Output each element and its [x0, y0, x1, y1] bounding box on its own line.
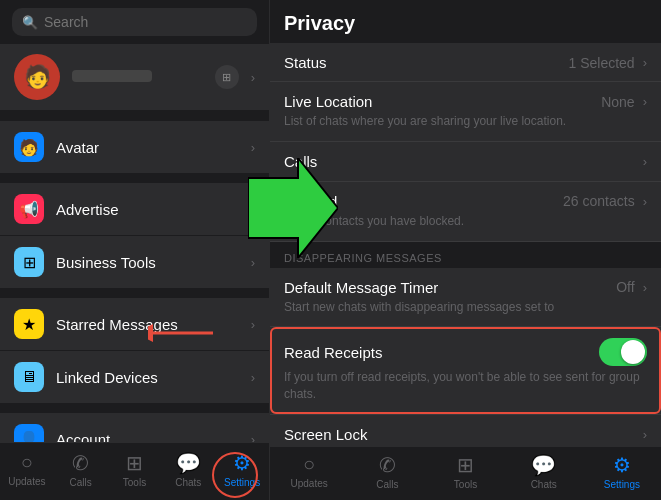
search-input[interactable] — [44, 14, 247, 30]
live-location-sub: List of chats where you are sharing your… — [284, 113, 647, 130]
linked-icon: 🖥 — [14, 362, 44, 392]
r-tools-label: Tools — [454, 479, 477, 490]
r-nav-tools[interactable]: ⊞ Tools — [426, 453, 504, 490]
blocked-value: 26 contacts › — [563, 193, 647, 209]
avatar: 🧑 — [14, 54, 60, 100]
menu-label-advertise: Advertise — [56, 201, 239, 218]
right-header: Privacy — [270, 0, 661, 44]
default-timer-chevron: › — [643, 280, 647, 295]
starred-icon: ★ — [14, 309, 44, 339]
search-icon: 🔍 — [22, 15, 38, 30]
menu-label-starred: Starred Messages — [56, 316, 239, 333]
calls-label: Calls — [284, 153, 317, 170]
updates-label: Updates — [8, 476, 45, 487]
screen-lock-chevron: › — [643, 427, 647, 442]
account-icon: 👤 — [14, 424, 44, 442]
blocked-label: Blocked — [284, 193, 337, 210]
r-nav-chats[interactable]: 💬 Chats — [505, 453, 583, 490]
profile-row[interactable]: 🧑 ⊞ › — [0, 44, 269, 110]
blocked-chevron: › — [643, 194, 647, 209]
r-calls-label: Calls — [376, 479, 398, 490]
r-chats-icon: 💬 — [531, 453, 556, 477]
calls-chevron: › — [643, 154, 647, 169]
menu-label-business-tools: Business Tools — [56, 254, 239, 271]
calls-value: › — [639, 154, 647, 169]
calls-row[interactable]: Calls › — [270, 142, 661, 182]
settings-label: Settings — [224, 477, 260, 488]
profile-chevron: › — [251, 70, 255, 85]
read-receipts-label: Read Receipts — [284, 344, 382, 361]
default-timer-sub: Start new chats with disappearing messag… — [284, 299, 647, 316]
menu-item-advertise[interactable]: 📢 Advertise › — [0, 183, 269, 235]
menu-item-avatar[interactable]: 🧑 Avatar › — [0, 121, 269, 173]
advertise-icon: 📢 — [14, 194, 44, 224]
blocked-sub: List of contacts you have blocked. — [284, 213, 647, 230]
r-nav-settings[interactable]: ⚙ Settings — [583, 453, 661, 490]
calls-label: Calls — [70, 477, 92, 488]
page-title: Privacy — [284, 8, 647, 39]
avatar-icon: 🧑 — [14, 132, 44, 162]
menu-label-avatar: Avatar — [56, 139, 239, 156]
live-location-value: None › — [601, 94, 647, 110]
read-receipts-toggle[interactable] — [599, 338, 647, 366]
menu-label-linked: Linked Devices — [56, 369, 239, 386]
toggle-knob — [621, 340, 645, 364]
profile-qr-icon: ⊞ — [215, 65, 239, 89]
calls-icon: ✆ — [72, 451, 89, 475]
updates-icon: ○ — [21, 451, 33, 474]
disappearing-section-label: DISAPPEARING MESSAGES — [270, 242, 661, 268]
live-location-chevron: › — [643, 94, 647, 109]
menu-item-business-tools[interactable]: ⊞ Business Tools › — [0, 236, 269, 288]
r-nav-calls[interactable]: ✆ Calls — [348, 453, 426, 490]
blocked-row[interactable]: Blocked 26 contacts › List of contacts y… — [270, 182, 661, 242]
nav-settings[interactable]: ⚙ Settings — [215, 449, 269, 490]
nav-updates[interactable]: ○ Updates — [0, 449, 54, 490]
business-tools-chevron: › — [251, 255, 255, 270]
status-label: Status — [284, 54, 327, 71]
settings-icon: ⚙ — [233, 451, 251, 475]
business-tools-icon: ⊞ — [14, 247, 44, 277]
tools-icon: ⊞ — [126, 451, 143, 475]
status-chevron: › — [643, 55, 647, 70]
profile-name — [72, 68, 203, 86]
avatar-chevron: › — [251, 140, 255, 155]
menu-list: 🧑 ⊞ › 🧑 Avatar › 📢 Advertise › ⊞ — [0, 44, 269, 442]
menu-label-account: Account — [56, 431, 239, 443]
status-value: 1 Selected › — [568, 55, 647, 71]
live-location-row[interactable]: Live Location None › List of chats where… — [270, 82, 661, 142]
r-nav-updates[interactable]: ○ Updates — [270, 453, 348, 490]
chats-nav-label: Chats — [175, 477, 201, 488]
left-bottom-nav: ○ Updates ✆ Calls ⊞ Tools 💬 Chats ⚙ Sett… — [0, 442, 269, 500]
r-settings-label: Settings — [604, 479, 640, 490]
nav-chats[interactable]: 💬 Chats — [161, 449, 215, 490]
menu-item-starred[interactable]: ★ Starred Messages › — [0, 298, 269, 350]
screen-lock-label: Screen Lock — [284, 426, 367, 443]
r-updates-label: Updates — [290, 478, 327, 489]
r-calls-icon: ✆ — [379, 453, 396, 477]
nav-tools[interactable]: ⊞ Tools — [108, 449, 162, 490]
search-bar[interactable]: 🔍 — [12, 8, 257, 36]
right-panel: Privacy Status 1 Selected › Live Locatio… — [270, 0, 661, 500]
starred-chevron: › — [251, 317, 255, 332]
nav-calls[interactable]: ✆ Calls — [54, 449, 108, 490]
settings-list: Status 1 Selected › Live Location None ›… — [270, 44, 661, 446]
r-updates-icon: ○ — [303, 453, 315, 476]
read-receipts-sub: If you turn off read receipts, you won't… — [284, 369, 647, 403]
advertise-chevron: › — [251, 202, 255, 217]
r-chats-label: Chats — [531, 479, 557, 490]
menu-item-linked[interactable]: 🖥 Linked Devices › — [0, 351, 269, 403]
default-timer-row[interactable]: Default Message Timer Off › Start new ch… — [270, 268, 661, 328]
profile-info — [72, 68, 203, 86]
read-receipts-row[interactable]: Read Receipts If you turn off read recei… — [270, 327, 661, 415]
screen-lock-value: › — [639, 427, 647, 442]
linked-chevron: › — [251, 370, 255, 385]
r-settings-icon: ⚙ — [613, 453, 631, 477]
live-location-label: Live Location — [284, 93, 372, 110]
tools-label: Tools — [123, 477, 146, 488]
screen-lock-row[interactable]: Screen Lock › Require Face ID to unlock … — [270, 415, 661, 446]
right-bottom-nav: ○ Updates ✆ Calls ⊞ Tools 💬 Chats ⚙ Sett… — [270, 446, 661, 500]
default-timer-label: Default Message Timer — [284, 279, 438, 296]
menu-item-account[interactable]: 👤 Account › — [0, 413, 269, 442]
r-tools-icon: ⊞ — [457, 453, 474, 477]
status-row[interactable]: Status 1 Selected › — [270, 44, 661, 82]
